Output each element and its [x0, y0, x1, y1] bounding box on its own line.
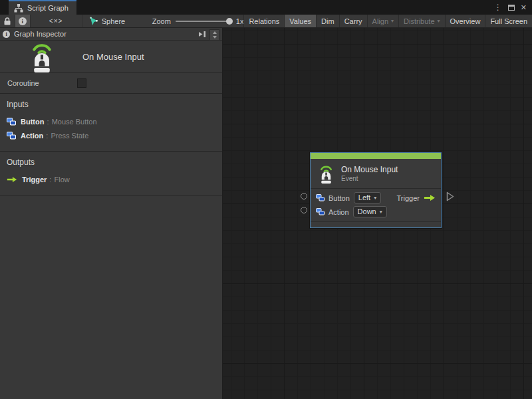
spinner-up-icon[interactable]: [213, 31, 217, 34]
graph-asset-icon: [89, 17, 98, 26]
value-port-icon: [316, 194, 325, 201]
inspector-header: i Graph Inspector: [0, 28, 222, 41]
unit-title-block: On Mouse Input: [0, 41, 222, 73]
dim-label: Dim: [321, 17, 334, 25]
overview-button[interactable]: Overview: [445, 15, 485, 27]
graph-inspector-panel: i Graph Inspector: [0, 28, 223, 399]
port-label: Button: [329, 194, 350, 202]
port-name: Trigger: [22, 176, 47, 184]
node-row-button: Button Left ▾ Trigger: [311, 191, 441, 205]
tab-label: Script Graph: [27, 4, 68, 12]
node-title: On Mouse Input: [341, 165, 398, 175]
port-label: Action: [329, 208, 349, 216]
action-value-dropdown[interactable]: Down ▾: [353, 206, 387, 217]
outputs-section: Outputs Trigger : Flow: [0, 152, 222, 196]
flow-arrow-icon[interactable]: [424, 194, 436, 201]
event-group-bar: [311, 153, 441, 159]
lock-button[interactable]: [0, 15, 15, 27]
inspector-title: Graph Inspector: [14, 30, 66, 38]
inputs-section-title: Inputs: [0, 100, 222, 109]
tab-bar: Script Graph ⋮ ✕: [0, 0, 532, 15]
coroutine-label: Coroutine: [7, 79, 39, 87]
zoom-value: 1x: [236, 17, 244, 25]
script-graph-window: Script Graph ⋮ ✕ i <×> Sphere: [0, 0, 532, 399]
tab-script-graph[interactable]: Script Graph: [9, 0, 76, 15]
mouse-input-icon: [317, 164, 335, 184]
values-label: Values: [289, 17, 311, 25]
relations-button[interactable]: Relations: [243, 15, 284, 27]
input-port-item: Button : Mouse Button: [0, 114, 222, 128]
graph-toolbar: i <×> Sphere Zoom 1x Relations Values Di…: [0, 15, 532, 28]
graph-reference-breadcrumb[interactable]: Sphere: [82, 15, 142, 27]
full-screen-label: Full Screen: [490, 17, 527, 25]
unit-title: On Mouse Input: [82, 52, 144, 62]
maximize-icon[interactable]: [508, 5, 515, 11]
spinner-down-icon[interactable]: [213, 36, 217, 39]
values-button[interactable]: Values: [284, 15, 316, 27]
chevron-down-icon: ▾: [380, 209, 382, 215]
window-controls: ⋮ ✕: [494, 0, 532, 15]
inputs-section: Inputs Button : Mouse Button Action : Pr…: [0, 94, 222, 152]
value-port-icon: [316, 208, 325, 215]
code-view-button[interactable]: <×>: [31, 15, 82, 27]
overview-label: Overview: [450, 17, 481, 25]
scroll-spinner[interactable]: [209, 29, 219, 41]
graph-hierarchy-icon: [14, 4, 23, 13]
port-type: Mouse Button: [52, 118, 97, 126]
info-icon: i: [19, 17, 27, 25]
chevron-down-icon: ▾: [374, 195, 376, 201]
close-icon[interactable]: ✕: [521, 4, 527, 11]
port-type: Flow: [54, 176, 69, 184]
dropdown-value: Down: [358, 207, 376, 215]
node-subtitle: Event: [341, 175, 398, 183]
port-name: Action: [21, 132, 43, 140]
info-icon: i: [3, 31, 10, 38]
zoom-label: Zoom: [152, 17, 171, 25]
dropdown-value: Left: [358, 194, 370, 201]
port-separator: :: [49, 176, 51, 184]
inspector-toggle-button[interactable]: i: [15, 15, 31, 27]
button-value-dropdown[interactable]: Left ▾: [354, 192, 381, 203]
zoom-slider-handle[interactable]: [226, 18, 233, 25]
outputs-section-title: Outputs: [0, 158, 222, 167]
output-port-item: Trigger : Flow: [0, 172, 222, 186]
zoom-control: Zoom 1x: [142, 15, 244, 27]
port-separator: :: [46, 132, 48, 140]
on-mouse-input-node[interactable]: On Mouse Input Event Button Left ▾: [310, 152, 442, 228]
full-screen-button[interactable]: Full Screen: [485, 15, 532, 27]
port-name: Button: [21, 118, 44, 126]
node-ports: Button Left ▾ Trigger: [311, 189, 441, 221]
node-footer: [311, 221, 441, 227]
lock-icon: [3, 17, 11, 26]
chevron-down-icon: ▾: [391, 18, 394, 24]
carry-label: Carry: [344, 17, 362, 25]
dock-panel-icon[interactable]: [198, 31, 207, 38]
trigger-label: Trigger: [397, 194, 420, 202]
value-port-icon: [7, 118, 16, 126]
carry-button[interactable]: Carry: [339, 15, 367, 27]
chevron-down-icon: ▾: [438, 18, 440, 24]
distribute-label: Distribute: [404, 17, 434, 25]
dim-button[interactable]: Dim: [316, 15, 339, 27]
input-port-connector-button[interactable]: [301, 193, 307, 200]
node-header[interactable]: On Mouse Input Event: [311, 159, 441, 189]
window-menu-icon[interactable]: ⋮: [494, 3, 502, 11]
coroutine-row: Coroutine: [0, 73, 222, 94]
mouse-input-icon: [27, 41, 57, 72]
output-port-connector-trigger[interactable]: [446, 192, 454, 201]
zoom-slider[interactable]: [176, 21, 231, 22]
coroutine-checkbox[interactable]: [77, 78, 86, 88]
input-port-item: Action : Press State: [0, 128, 222, 142]
align-dropdown[interactable]: Align ▾: [367, 15, 398, 27]
distribute-dropdown[interactable]: Distribute ▾: [398, 15, 444, 27]
code-icon: <×>: [49, 17, 63, 25]
flow-arrow-icon: [7, 176, 17, 183]
input-port-connector-action[interactable]: [301, 207, 307, 213]
node-row-action: Action Down ▾: [311, 205, 441, 219]
value-port-icon: [7, 132, 16, 140]
graph-reference-label: Sphere: [102, 17, 125, 25]
toolbar-right-group: Relations Values Dim Carry Align ▾ Distr…: [243, 15, 532, 27]
graph-canvas[interactable]: On Mouse Input Event Button Left ▾: [223, 28, 532, 399]
port-separator: :: [47, 118, 49, 126]
port-type: Press State: [51, 132, 88, 140]
